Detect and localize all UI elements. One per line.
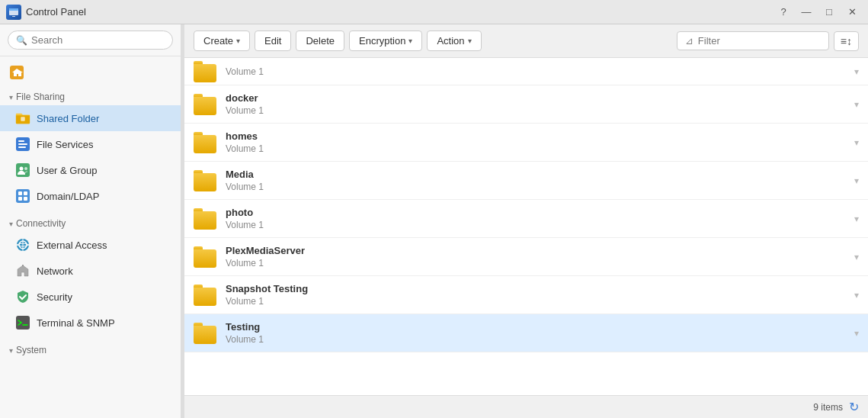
folder-icon xyxy=(194,94,218,115)
table-row[interactable]: Media Volume 1 ▾ xyxy=(184,162,868,200)
svg-rect-14 xyxy=(24,191,27,195)
folder-info: docker Volume 1 xyxy=(226,92,847,116)
svg-point-20 xyxy=(22,265,24,266)
search-icon: 🔍 xyxy=(16,35,27,46)
section-label: System xyxy=(16,345,46,355)
sidebar-item-label: Shared Folder xyxy=(37,113,99,124)
folder-volume: Volume 1 xyxy=(226,334,847,345)
create-dropdown-arrow: ▾ xyxy=(236,37,240,45)
encryption-button[interactable]: Encryption ▾ xyxy=(349,31,422,51)
filter-input[interactable] xyxy=(698,35,821,47)
svg-point-11 xyxy=(24,167,27,170)
folder-name: Media xyxy=(226,169,847,180)
folder-volume: Volume 1 xyxy=(226,220,847,230)
folder-name: Testing xyxy=(226,321,847,333)
table-row[interactable]: Snapshot Testing Volume 1 ▾ xyxy=(184,276,868,314)
search-box: 🔍 xyxy=(8,31,173,50)
create-button[interactable]: Create ▾ xyxy=(194,31,250,51)
folder-name: photo xyxy=(226,207,847,218)
svg-rect-2 xyxy=(12,16,15,17)
sidebar: 🔍 ▾ File Sharing xyxy=(0,24,181,418)
encryption-label: Encryption xyxy=(359,35,405,47)
svg-rect-21 xyxy=(16,316,30,330)
content-area: Create ▾ Edit Delete Encryption ▾ Action… xyxy=(184,24,868,418)
filter-box: ⊿ xyxy=(677,31,829,50)
table-row[interactable]: photo Volume 1 ▾ xyxy=(184,200,868,238)
svg-point-10 xyxy=(20,167,24,171)
action-button[interactable]: Action ▾ xyxy=(427,31,481,51)
folder-icon xyxy=(194,285,218,306)
filter-icon: ⊿ xyxy=(685,35,693,47)
folder-list: Volume 1 ▾ docker Volume 1 ▾ xyxy=(184,58,868,395)
table-row[interactable]: PlexMediaServer Volume 1 ▾ xyxy=(184,238,868,276)
section-label: Connectivity xyxy=(16,218,66,229)
expand-icon: ▾ xyxy=(854,175,859,186)
external-access-icon xyxy=(15,237,30,252)
chevron-down-icon: ▾ xyxy=(9,93,13,101)
expand-icon: ▾ xyxy=(854,137,859,148)
svg-rect-9 xyxy=(16,163,30,177)
sidebar-item-home[interactable] xyxy=(0,59,181,85)
delete-label: Delete xyxy=(306,35,335,47)
edit-button[interactable]: Edit xyxy=(255,31,291,51)
folder-info: photo Volume 1 xyxy=(226,207,847,230)
sidebar-item-label: Network xyxy=(37,265,73,277)
folder-name: Snapshot Testing xyxy=(226,283,847,294)
sidebar-search-container: 🔍 xyxy=(0,24,181,56)
domain-ldap-icon xyxy=(15,188,30,204)
terminal-icon xyxy=(15,315,30,330)
table-row[interactable]: docker Volume 1 ▾ xyxy=(184,85,868,124)
app-title: Control Panel xyxy=(26,6,86,18)
sidebar-item-domain-ldap[interactable]: Domain/LDAP xyxy=(0,183,181,209)
shared-folder-icon xyxy=(15,111,30,126)
encryption-dropdown-arrow: ▾ xyxy=(408,37,412,45)
sidebar-item-network[interactable]: Network xyxy=(0,258,181,284)
expand-icon: ▾ xyxy=(854,328,859,339)
sidebar-item-label: Security xyxy=(37,291,72,303)
svg-rect-7 xyxy=(18,143,27,145)
help-button[interactable]: ? xyxy=(774,4,793,21)
sidebar-item-security[interactable]: Security xyxy=(0,284,181,310)
sidebar-item-external-access[interactable]: External Access xyxy=(0,232,181,258)
item-count: 9 items xyxy=(813,402,843,413)
sidebar-item-terminal-snmp[interactable]: Terminal & SNMP xyxy=(0,310,181,336)
maximize-button[interactable]: □ xyxy=(819,4,839,21)
footer: 9 items ↻ xyxy=(184,395,868,418)
sidebar-item-user-group[interactable]: User & Group xyxy=(0,157,181,183)
user-group-icon xyxy=(15,162,30,178)
folder-info: PlexMediaServer Volume 1 xyxy=(226,245,847,268)
sidebar-item-file-services[interactable]: File Services xyxy=(0,131,181,157)
minimize-button[interactable]: — xyxy=(796,4,816,21)
sidebar-item-label: Domain/LDAP xyxy=(37,191,99,202)
section-system[interactable]: ▾ System xyxy=(0,339,181,359)
search-input[interactable] xyxy=(31,34,165,46)
folder-info: homes Volume 1 xyxy=(226,130,847,154)
table-row[interactable]: homes Volume 1 ▾ xyxy=(184,124,868,162)
action-dropdown-arrow: ▾ xyxy=(468,37,472,45)
folder-info: Testing Volume 1 xyxy=(226,321,847,345)
security-icon xyxy=(15,289,30,304)
sidebar-item-label: File Services xyxy=(37,139,93,150)
folder-volume: Volume 1 xyxy=(226,143,847,154)
folder-icon xyxy=(194,61,218,82)
sidebar-item-shared-folder[interactable]: Shared Folder xyxy=(0,105,181,131)
svg-rect-13 xyxy=(18,191,22,195)
close-button[interactable]: ✕ xyxy=(842,4,862,21)
section-connectivity[interactable]: ▾ Connectivity xyxy=(0,212,181,232)
table-row[interactable]: Testing Volume 1 ▾ xyxy=(184,314,868,352)
svg-rect-16 xyxy=(24,197,27,201)
expand-icon: ▾ xyxy=(854,252,859,262)
table-row[interactable]: Volume 1 ▾ xyxy=(184,58,868,85)
delete-button[interactable]: Delete xyxy=(296,31,344,51)
folder-name: docker xyxy=(226,92,847,104)
action-label: Action xyxy=(437,35,464,47)
folder-volume: Volume 1 xyxy=(226,105,847,116)
refresh-button[interactable]: ↻ xyxy=(849,400,859,414)
expand-icon: ▾ xyxy=(854,214,859,224)
expand-icon: ▾ xyxy=(854,290,859,301)
sort-button[interactable]: ≡↕ xyxy=(834,31,859,51)
sidebar-item-label: External Access xyxy=(37,240,107,251)
folder-info: Volume 1 xyxy=(226,66,847,77)
sidebar-item-label: User & Group xyxy=(37,165,97,176)
section-file-sharing[interactable]: ▾ File Sharing xyxy=(0,85,181,105)
